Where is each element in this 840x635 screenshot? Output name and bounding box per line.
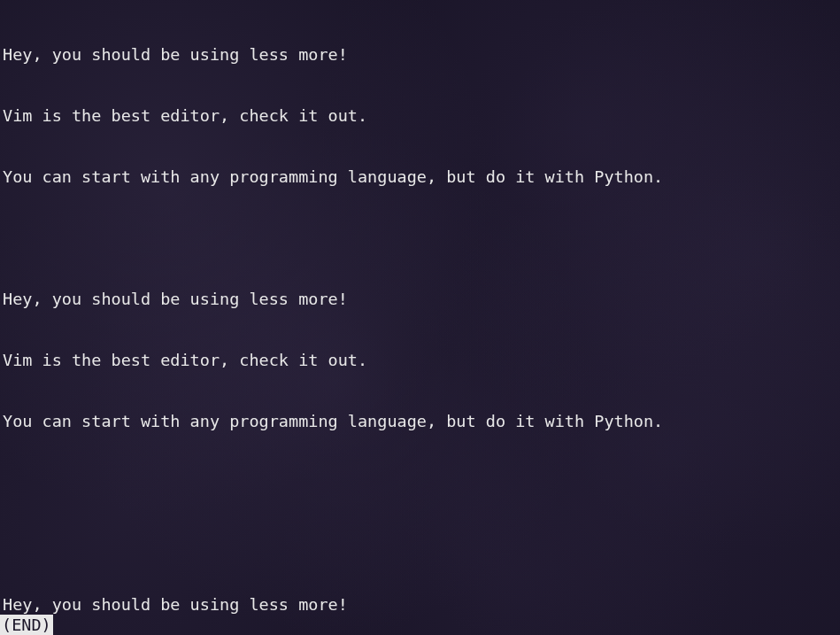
text-line: You can start with any programming langu… bbox=[3, 411, 837, 431]
text-line: Hey, you should be using less more! bbox=[3, 594, 837, 615]
blank-line bbox=[3, 228, 837, 248]
text-line: Vim is the best editor, check it out. bbox=[3, 350, 837, 370]
terminal-output[interactable]: Hey, you should be using less more! Vim … bbox=[0, 0, 840, 635]
text-line: You can start with any programming langu… bbox=[3, 166, 837, 187]
pager-status: (END) bbox=[0, 615, 53, 635]
text-line: Hey, you should be using less more! bbox=[3, 44, 837, 65]
text-line: Vim is the best editor, check it out. bbox=[3, 105, 837, 126]
blank-line bbox=[3, 533, 837, 554]
text-line: Hey, you should be using less more! bbox=[3, 289, 837, 309]
blank-line bbox=[3, 472, 837, 492]
